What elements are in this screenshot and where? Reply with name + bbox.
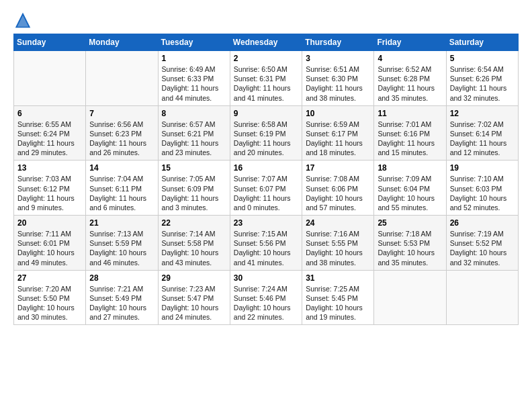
day-number: 28	[89, 273, 154, 283]
calendar-cell: 28Sunrise: 7:21 AM Sunset: 5:49 PM Dayli…	[86, 270, 158, 325]
calendar-cell: 19Sunrise: 7:10 AM Sunset: 6:03 PM Dayli…	[446, 161, 518, 216]
calendar-cell: 3Sunrise: 6:51 AM Sunset: 6:30 PM Daylig…	[302, 51, 374, 106]
day-info: Sunrise: 7:11 AM Sunset: 6:01 PM Dayligh…	[17, 230, 75, 267]
logo	[13, 11, 35, 30]
day-info: Sunrise: 7:21 AM Sunset: 5:49 PM Dayligh…	[89, 285, 146, 322]
day-info: Sunrise: 6:59 AM Sunset: 6:17 PM Dayligh…	[306, 120, 363, 157]
day-info: Sunrise: 6:52 AM Sunset: 6:28 PM Dayligh…	[378, 65, 435, 102]
day-info: Sunrise: 6:56 AM Sunset: 6:23 PM Dayligh…	[89, 120, 146, 157]
day-number: 23	[234, 218, 298, 228]
calendar-cell: 20Sunrise: 7:11 AM Sunset: 6:01 PM Dayli…	[14, 216, 86, 271]
day-info: Sunrise: 7:09 AM Sunset: 6:04 PM Dayligh…	[378, 175, 435, 212]
day-number: 26	[450, 218, 515, 228]
calendar-cell: 9Sunrise: 6:58 AM Sunset: 6:19 PM Daylig…	[230, 105, 302, 161]
calendar-cell: 23Sunrise: 7:15 AM Sunset: 5:56 PM Dayli…	[230, 216, 302, 271]
weekday-header: Sunday	[14, 34, 86, 51]
day-info: Sunrise: 7:10 AM Sunset: 6:03 PM Dayligh…	[450, 175, 507, 212]
day-info: Sunrise: 7:25 AM Sunset: 5:45 PM Dayligh…	[306, 285, 363, 322]
weekday-header: Tuesday	[158, 34, 230, 51]
day-info: Sunrise: 7:13 AM Sunset: 5:59 PM Dayligh…	[89, 230, 146, 267]
calendar-cell: 30Sunrise: 7:24 AM Sunset: 5:46 PM Dayli…	[230, 270, 302, 325]
day-number: 15	[162, 163, 226, 173]
day-number: 19	[450, 163, 515, 173]
calendar-cell: 17Sunrise: 7:08 AM Sunset: 6:06 PM Dayli…	[302, 161, 374, 216]
calendar-cell	[374, 270, 446, 325]
calendar-week-row: 6Sunrise: 6:55 AM Sunset: 6:24 PM Daylig…	[14, 105, 519, 161]
calendar-cell: 13Sunrise: 7:03 AM Sunset: 6:12 PM Dayli…	[14, 161, 86, 216]
calendar-cell: 10Sunrise: 6:59 AM Sunset: 6:17 PM Dayli…	[302, 105, 374, 161]
day-number: 22	[162, 218, 226, 228]
calendar-header-row: SundayMondayTuesdayWednesdayThursdayFrid…	[14, 34, 519, 51]
day-number: 20	[17, 218, 82, 228]
calendar-cell: 2Sunrise: 6:50 AM Sunset: 6:31 PM Daylig…	[230, 51, 302, 106]
calendar-cell: 24Sunrise: 7:16 AM Sunset: 5:55 PM Dayli…	[302, 216, 374, 271]
day-number: 18	[378, 163, 442, 173]
day-info: Sunrise: 7:19 AM Sunset: 5:52 PM Dayligh…	[450, 230, 507, 267]
calendar-cell: 14Sunrise: 7:04 AM Sunset: 6:11 PM Dayli…	[86, 161, 158, 216]
day-number: 29	[162, 273, 226, 283]
calendar-cell: 21Sunrise: 7:13 AM Sunset: 5:59 PM Dayli…	[86, 216, 158, 271]
day-number: 30	[234, 273, 298, 283]
day-info: Sunrise: 6:58 AM Sunset: 6:19 PM Dayligh…	[234, 120, 291, 157]
day-info: Sunrise: 7:03 AM Sunset: 6:12 PM Dayligh…	[17, 175, 75, 212]
day-number: 10	[306, 109, 370, 118]
day-info: Sunrise: 6:55 AM Sunset: 6:24 PM Dayligh…	[17, 120, 75, 157]
day-number: 14	[89, 163, 154, 173]
calendar-week-row: 1Sunrise: 6:49 AM Sunset: 6:33 PM Daylig…	[14, 51, 519, 106]
day-info: Sunrise: 7:16 AM Sunset: 5:55 PM Dayligh…	[306, 230, 363, 267]
day-number: 3	[306, 54, 370, 63]
weekday-header: Wednesday	[230, 34, 302, 51]
weekday-header: Saturday	[446, 34, 518, 51]
calendar-cell: 26Sunrise: 7:19 AM Sunset: 5:52 PM Dayli…	[446, 216, 518, 271]
day-info: Sunrise: 6:49 AM Sunset: 6:33 PM Dayligh…	[162, 65, 219, 102]
day-number: 5	[450, 54, 515, 63]
day-info: Sunrise: 7:14 AM Sunset: 5:58 PM Dayligh…	[162, 230, 219, 267]
calendar-cell: 25Sunrise: 7:18 AM Sunset: 5:53 PM Dayli…	[374, 216, 446, 271]
day-number: 1	[162, 54, 226, 63]
day-number: 24	[306, 218, 370, 228]
calendar-cell	[446, 270, 518, 325]
day-number: 31	[306, 273, 370, 283]
page-container: SundayMondayTuesdayWednesdayThursdayFrid…	[0, 0, 532, 332]
calendar-week-row: 20Sunrise: 7:11 AM Sunset: 6:01 PM Dayli…	[14, 216, 519, 271]
day-info: Sunrise: 7:08 AM Sunset: 6:06 PM Dayligh…	[306, 175, 363, 212]
day-info: Sunrise: 7:18 AM Sunset: 5:53 PM Dayligh…	[378, 230, 435, 267]
day-number: 6	[17, 109, 82, 118]
day-number: 11	[378, 109, 442, 118]
day-number: 25	[378, 218, 442, 228]
day-info: Sunrise: 7:02 AM Sunset: 6:14 PM Dayligh…	[450, 120, 507, 157]
calendar-table: SundayMondayTuesdayWednesdayThursdayFrid…	[13, 34, 519, 325]
day-info: Sunrise: 7:20 AM Sunset: 5:50 PM Dayligh…	[17, 285, 75, 322]
calendar-cell: 29Sunrise: 7:23 AM Sunset: 5:47 PM Dayli…	[158, 270, 230, 325]
day-number: 2	[234, 54, 298, 63]
calendar-cell: 27Sunrise: 7:20 AM Sunset: 5:50 PM Dayli…	[14, 270, 86, 325]
calendar-week-row: 27Sunrise: 7:20 AM Sunset: 5:50 PM Dayli…	[14, 270, 519, 325]
calendar-cell: 18Sunrise: 7:09 AM Sunset: 6:04 PM Dayli…	[374, 161, 446, 216]
day-info: Sunrise: 6:50 AM Sunset: 6:31 PM Dayligh…	[234, 65, 291, 102]
calendar-cell	[14, 51, 86, 106]
calendar-cell: 15Sunrise: 7:05 AM Sunset: 6:09 PM Dayli…	[158, 161, 230, 216]
calendar-cell: 16Sunrise: 7:07 AM Sunset: 6:07 PM Dayli…	[230, 161, 302, 216]
day-info: Sunrise: 7:15 AM Sunset: 5:56 PM Dayligh…	[234, 230, 291, 267]
day-number: 12	[450, 109, 515, 118]
day-info: Sunrise: 7:23 AM Sunset: 5:47 PM Dayligh…	[162, 285, 219, 322]
calendar-cell: 31Sunrise: 7:25 AM Sunset: 5:45 PM Dayli…	[302, 270, 374, 325]
day-number: 7	[89, 109, 154, 118]
calendar-cell: 22Sunrise: 7:14 AM Sunset: 5:58 PM Dayli…	[158, 216, 230, 271]
day-info: Sunrise: 7:05 AM Sunset: 6:09 PM Dayligh…	[162, 175, 219, 212]
weekday-header: Monday	[86, 34, 158, 51]
header	[13, 11, 519, 30]
day-number: 16	[234, 163, 298, 173]
calendar-cell: 4Sunrise: 6:52 AM Sunset: 6:28 PM Daylig…	[374, 51, 446, 106]
calendar-cell: 5Sunrise: 6:54 AM Sunset: 6:26 PM Daylig…	[446, 51, 518, 106]
weekday-header: Friday	[374, 34, 446, 51]
day-info: Sunrise: 7:01 AM Sunset: 6:16 PM Dayligh…	[378, 120, 435, 157]
calendar-cell: 11Sunrise: 7:01 AM Sunset: 6:16 PM Dayli…	[374, 105, 446, 161]
day-info: Sunrise: 7:24 AM Sunset: 5:46 PM Dayligh…	[234, 285, 291, 322]
calendar-cell: 8Sunrise: 6:57 AM Sunset: 6:21 PM Daylig…	[158, 105, 230, 161]
calendar-week-row: 13Sunrise: 7:03 AM Sunset: 6:12 PM Dayli…	[14, 161, 519, 216]
day-number: 17	[306, 163, 370, 173]
day-info: Sunrise: 6:57 AM Sunset: 6:21 PM Dayligh…	[162, 120, 219, 157]
calendar-cell: 6Sunrise: 6:55 AM Sunset: 6:24 PM Daylig…	[14, 105, 86, 161]
weekday-header: Thursday	[302, 34, 374, 51]
